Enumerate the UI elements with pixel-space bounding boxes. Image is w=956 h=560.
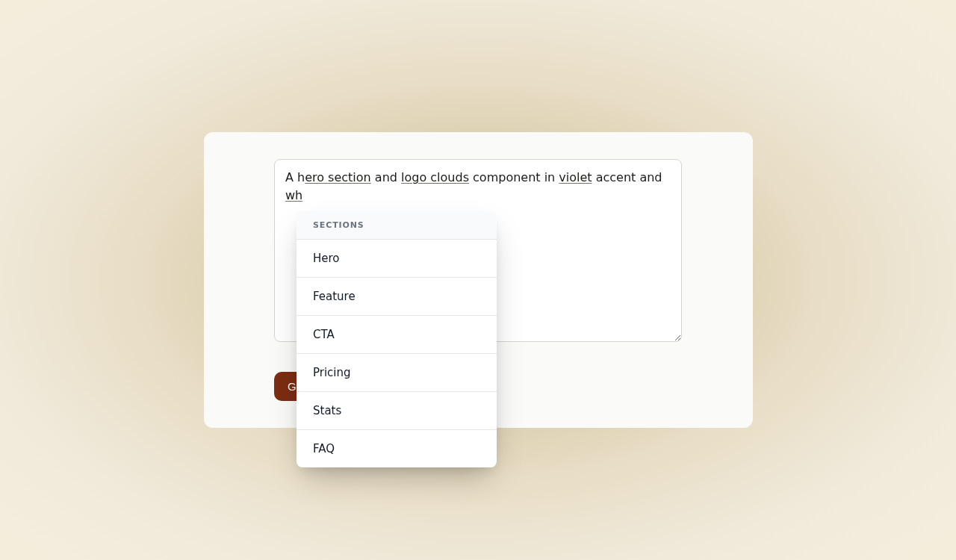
dropdown-item-pricing[interactable]: Pricing [297, 354, 497, 392]
dropdown-item-hero[interactable]: Hero [297, 240, 497, 278]
token-violet[interactable]: violet [559, 170, 592, 184]
prompt-text: A hero section and logo clouds component… [285, 170, 662, 202]
dropdown-item-stats[interactable]: Stats [297, 392, 497, 430]
token-logo-clouds[interactable]: logo clouds [401, 170, 469, 184]
dropdown-item-faq[interactable]: FAQ [297, 430, 497, 467]
dropdown-item-cta[interactable]: CTA [297, 316, 497, 354]
sections-dropdown: Sections Hero Feature CTA Pricing Stats … [297, 211, 497, 467]
token-background-partial[interactable]: wh [285, 188, 302, 202]
dropdown-header: Sections [297, 211, 497, 240]
token-hero-section[interactable]: ero section [305, 170, 371, 184]
main-card: A hero section and logo clouds component… [204, 132, 753, 428]
textarea-wrap: A hero section and logo clouds component… [274, 159, 682, 342]
dropdown-item-feature[interactable]: Feature [297, 278, 497, 316]
